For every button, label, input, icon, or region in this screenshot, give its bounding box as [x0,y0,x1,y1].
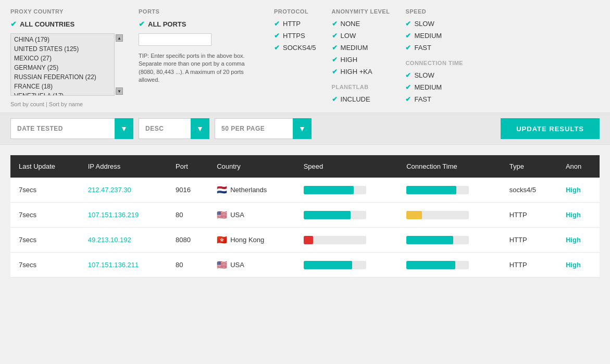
conn-bar [406,186,456,194]
speed-slow[interactable]: ✔ SLOW [405,20,463,28]
cell-country: 🇭🇰 Hong Kong [208,228,295,253]
update-results-button[interactable]: UPDATE RESULTS [501,118,600,139]
country-item[interactable]: FRANCE (18) [12,82,113,91]
per-page-select[interactable]: 50 PER PAGE ▼ [215,118,312,139]
cell-last-update: 7secs [10,203,80,228]
country-item[interactable]: MEXICO (27) [12,54,113,63]
protocol-socks[interactable]: ✔ SOCKS4/5 [274,44,316,52]
country-item[interactable]: GERMANY (25) [12,63,113,72]
table-row: 7secs 107.151.136.211 80 🇺🇸 USA HTTP Hig… [10,253,600,278]
connection-time-label: CONNECTION TIME [405,60,463,66]
protocol-group: PROTOCOL ✔ HTTP ✔ HTTPS ✔ SOCKS4/5 [274,8,316,53]
cell-conn-time [398,253,501,278]
all-ports-label: ALL PORTS [148,20,186,28]
speed-fast[interactable]: ✔ FAST [405,44,463,52]
port-tip: TIP: Enter specific ports in the above b… [139,52,258,84]
country-flag: 🇺🇸 [217,260,227,270]
protocol-https[interactable]: ✔ HTTPS [274,32,316,40]
cell-anon: High [557,203,600,228]
sort-divider: | [46,101,47,107]
cell-last-update: 7secs [10,228,80,253]
ip-link[interactable]: 107.151.136.211 [88,261,139,269]
sort-links: Sort by count | Sort by name [10,101,123,107]
country-name: USA [230,211,244,219]
cell-country: 🇺🇸 USA [208,203,295,228]
table-body: 7secs 212.47.237.30 9016 🇳🇱 Netherlands … [10,178,600,278]
conn-fast[interactable]: ✔ FAST [405,95,463,103]
country-list-wrapper: CHINA (179)UNITED STATES (125)MEXICO (27… [10,33,123,96]
cell-conn-time [398,228,501,253]
scroll-down[interactable]: ▼ [116,87,123,95]
date-tested-arrow[interactable]: ▼ [115,118,133,139]
sort-by-count-link[interactable]: Sort by count [10,101,44,107]
speed-bar [304,261,353,269]
conn-bar [406,261,455,269]
conn-bar-container [406,236,469,244]
conn-bar-container [406,211,469,219]
table-header-row: Last Update IP Address Port Country Spee… [10,155,600,178]
controls-bar: DATE TESTED ▼ DESC ▼ 50 PER PAGE ▼ UPDAT… [0,112,610,145]
anonymity-group: ANONYMITY LEVEL ✔ NONE ✔ LOW ✔ MEDIUM ✔ … [332,8,390,104]
conn-slow[interactable]: ✔ SLOW [405,71,463,79]
cell-type: HTTP [501,203,557,228]
anon-high[interactable]: ✔ HIGH [332,56,390,64]
cell-ip[interactable]: 49.213.10.192 [80,228,167,253]
cell-conn-time [398,203,501,228]
order-arrow[interactable]: ▼ [191,118,209,139]
order-select[interactable]: DESC ▼ [139,118,209,139]
speed-bar [304,211,351,219]
per-page-arrow[interactable]: ▼ [293,118,312,139]
col-connection-time: Connection Time [398,155,501,178]
table-header: Last Update IP Address Port Country Spee… [10,155,600,178]
cell-ip[interactable]: 107.151.136.219 [80,203,167,228]
conn-medium[interactable]: ✔ MEDIUM [405,83,463,91]
col-country: Country [208,155,295,178]
country-name: Netherlands [230,186,267,194]
cell-speed [295,253,399,278]
cell-country: 🇳🇱 Netherlands [208,178,295,203]
all-ports-check: ✔ [139,20,145,28]
cell-type: socks4/5 [501,178,557,203]
col-speed: Speed [295,155,399,178]
all-ports-option[interactable]: ✔ ALL PORTS [139,20,258,28]
scrollbar: ▲ ▼ [116,33,123,96]
country-item[interactable]: UNITED STATES (125) [12,44,113,54]
country-flag: 🇭🇰 [217,235,227,245]
ports-group: PORTS ✔ ALL PORTS TIP: Enter specific po… [139,8,258,84]
anon-high-ka[interactable]: ✔ HIGH +KA [332,68,390,76]
proxy-country-label: PROXY COUNTRY [10,8,123,15]
cell-country: 🇺🇸 USA [208,253,295,278]
port-input[interactable] [139,33,211,46]
ip-link[interactable]: 49.213.10.192 [88,236,131,244]
country-list[interactable]: CHINA (179)UNITED STATES (125)MEXICO (27… [10,33,115,96]
table-row: 7secs 212.47.237.30 9016 🇳🇱 Netherlands … [10,178,600,203]
ip-link[interactable]: 107.151.136.219 [88,211,139,219]
country-item[interactable]: RUSSIAN FEDERATION (22) [12,72,113,82]
proxy-table: Last Update IP Address Port Country Spee… [10,155,600,278]
protocol-http[interactable]: ✔ HTTP [274,20,316,28]
country-item[interactable]: CHINA (179) [12,35,113,44]
anonymity-label: ANONYMITY LEVEL [332,8,390,15]
col-last-update: Last Update [10,155,80,178]
anon-medium[interactable]: ✔ MEDIUM [332,44,390,52]
speed-medium[interactable]: ✔ MEDIUM [405,32,463,40]
cell-ip[interactable]: 212.47.237.30 [80,178,167,203]
cell-speed [295,203,399,228]
anon-none[interactable]: ✔ NONE [332,20,390,28]
order-text: DESC [139,118,191,139]
all-countries-option[interactable]: ✔ ALL COUNTRIES [10,20,123,28]
country-item[interactable]: VENEZUELA (17) [12,91,113,96]
ports-label: PORTS [139,8,258,15]
speed-bar [304,236,313,244]
cell-ip[interactable]: 107.151.136.211 [80,253,167,278]
scroll-up[interactable]: ▲ [116,34,123,42]
speed-bar-container [304,236,366,244]
anon-low[interactable]: ✔ LOW [332,32,390,40]
filters-section: PROXY COUNTRY ✔ ALL COUNTRIES CHINA (179… [0,0,610,112]
speed-group: SPEED ✔ SLOW ✔ MEDIUM ✔ FAST CONNECTION … [405,8,463,104]
planetlab-include[interactable]: ✔ INCLUDE [332,95,390,103]
cell-type: HTTP [501,253,557,278]
ip-link[interactable]: 212.47.237.30 [88,186,131,194]
date-tested-select[interactable]: DATE TESTED ▼ [10,118,133,139]
sort-by-name-link[interactable]: Sort by name [49,101,83,107]
